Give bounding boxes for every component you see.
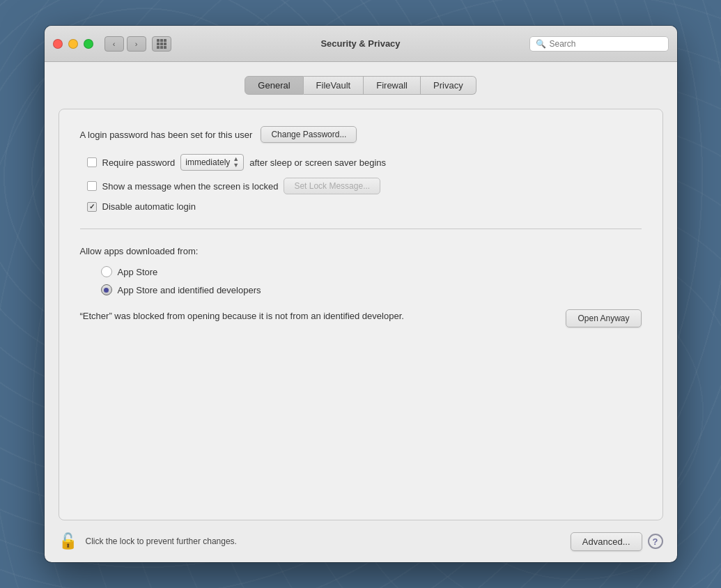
radio-group: App Store App Store and identified devel…: [101, 266, 642, 295]
maximize-button[interactable]: [84, 39, 93, 49]
lock-message-checkbox[interactable]: [87, 181, 97, 191]
password-description: A login password has been set for this u…: [80, 130, 253, 140]
password-timing-dropdown[interactable]: immediately ▲ ▼: [180, 154, 244, 171]
apps-section-label: Allow apps downloaded from:: [80, 246, 642, 256]
radio-app-store-row: App Store: [101, 266, 642, 277]
close-button[interactable]: [53, 39, 63, 49]
dropdown-value: immediately: [185, 157, 230, 167]
content-area: General FileVault Firewall Privacy A log…: [45, 62, 677, 562]
disable-login-row: Disable automatic login: [87, 201, 642, 212]
search-icon: 🔍: [536, 39, 546, 49]
grid-icon: [157, 39, 166, 49]
help-button[interactable]: ?: [648, 534, 663, 549]
lock-message-label: Show a message when the screen is locked: [102, 181, 279, 192]
nav-buttons: ‹ ›: [104, 36, 171, 52]
back-button[interactable]: ‹: [104, 36, 124, 52]
radio-app-store-label: App Store: [118, 267, 158, 277]
tab-filevault[interactable]: FileVault: [304, 76, 364, 95]
main-window: ‹ › Security & Privacy 🔍 General: [45, 26, 677, 562]
apps-section: Allow apps downloaded from: App Store Ap…: [80, 246, 642, 327]
tabs-bar: General FileVault Firewall Privacy: [45, 76, 677, 95]
traffic-lights: [53, 39, 93, 49]
title-bar: ‹ › Security & Privacy 🔍: [45, 26, 677, 62]
change-password-button[interactable]: Change Password...: [261, 126, 357, 143]
lock-icon[interactable]: 🔓: [59, 532, 77, 550]
window-title: Security & Privacy: [320, 38, 400, 49]
disable-login-label: Disable automatic login: [102, 201, 196, 212]
tab-general[interactable]: General: [245, 76, 303, 95]
dropdown-arrows-icon: ▲ ▼: [233, 156, 239, 169]
tab-firewall[interactable]: Firewall: [364, 76, 421, 95]
radio-app-store-identified-row: App Store and identified developers: [101, 284, 642, 295]
minimize-button[interactable]: [68, 39, 78, 49]
password-section: A login password has been set for this u…: [80, 126, 642, 143]
after-dropdown-label: after sleep or screen saver begins: [249, 157, 386, 168]
blocked-app-row: “Etcher” was blocked from opening becaus…: [80, 309, 642, 327]
lock-description: Click the lock to prevent further change…: [86, 536, 237, 546]
bottom-right-controls: Advanced... ?: [571, 532, 663, 551]
search-box[interactable]: 🔍: [529, 36, 669, 52]
blocked-app-text: “Etcher” was blocked from opening becaus…: [80, 309, 552, 323]
bottom-bar: 🔓 Click the lock to prevent further chan…: [45, 520, 677, 562]
grid-button[interactable]: [152, 36, 171, 52]
radio-app-store[interactable]: [101, 266, 112, 277]
back-icon: ‹: [113, 40, 116, 48]
set-lock-message-button[interactable]: Set Lock Message...: [284, 178, 380, 194]
disable-login-checkbox[interactable]: [87, 202, 97, 212]
advanced-button[interactable]: Advanced...: [571, 532, 642, 551]
checkbox-section: Require password immediately ▲ ▼ after s…: [87, 154, 642, 212]
tab-privacy[interactable]: Privacy: [421, 76, 476, 95]
forward-button[interactable]: ›: [127, 36, 146, 52]
radio-app-store-identified[interactable]: [101, 284, 112, 295]
settings-panel: A login password has been set for this u…: [59, 109, 663, 520]
require-password-row: Require password immediately ▲ ▼ after s…: [87, 154, 642, 171]
radio-app-store-identified-label: App Store and identified developers: [118, 285, 261, 295]
section-divider: [80, 229, 642, 229]
require-password-checkbox[interactable]: [87, 157, 97, 167]
forward-icon: ›: [135, 40, 138, 48]
require-password-label: Require password: [102, 157, 176, 168]
lock-message-row: Show a message when the screen is locked…: [87, 178, 642, 194]
open-anyway-button[interactable]: Open Anyway: [566, 309, 641, 327]
search-input[interactable]: [550, 39, 662, 49]
